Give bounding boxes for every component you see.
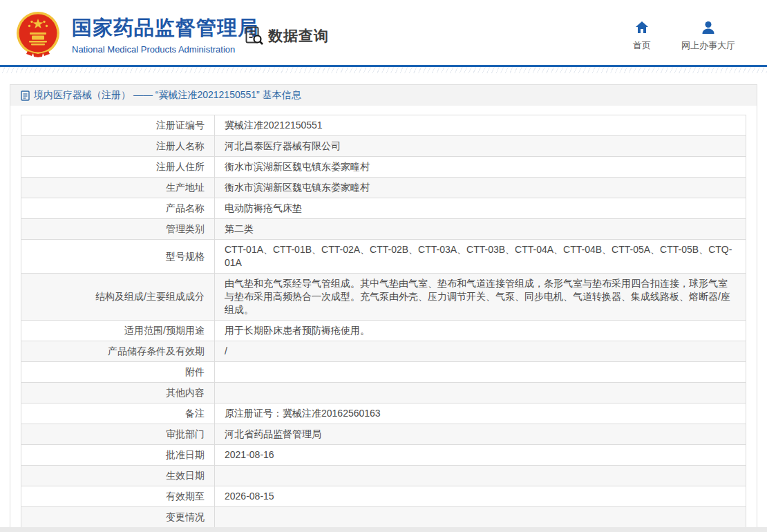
top-navigation: 首页 网上办事大厅 (633, 20, 735, 52)
table-row: 适用范围/预期用途 用于长期卧床患者预防褥疮使用。 (21, 321, 746, 341)
document-search-icon (244, 26, 265, 46)
table-row: 结构及组成/主要组成成分 由气垫和充气泵经导气管组成。其中气垫由气室、垫布和气道… (21, 274, 746, 321)
table-row: 型号规格 CTT-01A、CTT-01B、CTT-02A、CTT-02B、CTT… (21, 240, 746, 274)
registration-detail-table: 注册证编号 冀械注准20212150551 注册人名称 河北昌泰医疗器械有限公司… (21, 115, 746, 532)
row-label: 生效日期 (21, 466, 215, 486)
row-label: 生产地址 (21, 178, 215, 198)
row-value: / (215, 341, 746, 362)
row-label: 有效期至 (21, 486, 215, 507)
row-label: 产品储存条件及有效期 (21, 341, 215, 362)
row-label: 型号规格 (21, 240, 215, 274)
row-label: 适用范围/预期用途 (21, 321, 215, 341)
national-emblem-icon (14, 10, 62, 59)
table-row: 备注 原注册证号：冀械注准20162560163 (21, 403, 746, 424)
row-label: 备注 (21, 403, 215, 424)
table-row: 变更情况 (21, 507, 746, 528)
user-icon (701, 20, 716, 35)
row-label: 其他内容 (21, 383, 215, 403)
home-icon (634, 20, 650, 35)
row-value: 河北省药品监督管理局 (215, 424, 746, 445)
table-row: 其他内容 (21, 383, 746, 403)
org-name-en: National Medical Products Administration (72, 44, 258, 55)
footer-strip (0, 527, 767, 532)
row-value: 由气垫和充气泵经导气管组成。其中气垫由气室、垫布和气道连接管组成，条形气室与垫布… (215, 274, 746, 321)
row-label: 批准日期 (21, 445, 215, 466)
row-value (215, 466, 746, 486)
row-label: 注册证编号 (21, 115, 215, 136)
table-row: 批准日期 2021-08-16 (21, 445, 746, 466)
row-value: 2026-08-15 (215, 486, 746, 507)
data-query-tab[interactable]: 数据查询 (244, 26, 329, 46)
row-value: 用于长期卧床患者预防褥疮使用。 (215, 321, 746, 341)
table-row: 注册证编号 冀械注准20212150551 (21, 115, 746, 136)
breadcrumb: 境内医疗器械（注册） —— “冀械注准20212150551” 基本信息 (10, 85, 757, 106)
row-value: 衡水市滨湖新区魏屯镇东娄家疃村 (215, 178, 746, 198)
hatch-divider (0, 67, 767, 73)
row-value: 电动防褥疮气床垫 (215, 198, 746, 219)
brand-text: 国家药品监督管理局 National Medical Products Admi… (72, 15, 258, 55)
breadcrumb-text: 境内医疗器械（注册） —— “冀械注准20212150551” 基本信息 (34, 89, 301, 102)
nav-home-label: 首页 (633, 39, 651, 52)
page: 国家药品监督管理局 National Medical Products Admi… (0, 0, 767, 532)
row-label: 附件 (21, 362, 215, 383)
row-value: 河北昌泰医疗器械有限公司 (215, 136, 746, 157)
row-label: 结构及组成/主要组成成分 (21, 274, 215, 321)
table-row: 注册人名称 河北昌泰医疗器械有限公司 (21, 136, 746, 157)
table-row: 附件 (21, 362, 746, 383)
row-value: 衡水市滨湖新区魏屯镇东娄家疃村 (215, 157, 746, 178)
org-name-cn: 国家药品监督管理局 (72, 15, 258, 42)
row-label: 管理类别 (21, 219, 215, 240)
row-label: 注册人名称 (21, 136, 215, 157)
site-header: 国家药品监督管理局 National Medical Products Admi… (0, 0, 767, 67)
row-value (215, 507, 746, 528)
row-label: 变更情况 (21, 507, 215, 528)
nav-item-home[interactable]: 首页 (633, 20, 651, 52)
nav-service-hall-label: 网上办事大厅 (681, 39, 735, 52)
table-row: 管理类别 第二类 (21, 219, 746, 240)
detail-card: 境内医疗器械（注册） —— “冀械注准20212150551” 基本信息 注册证… (10, 84, 757, 532)
row-value: CTT-01A、CTT-01B、CTT-02A、CTT-02B、CTT-03A、… (215, 240, 746, 274)
nav-item-service-hall[interactable]: 网上办事大厅 (681, 20, 735, 52)
row-label: 审批部门 (21, 424, 215, 445)
row-value: 2021-08-16 (215, 445, 746, 466)
row-label: 注册人住所 (21, 157, 215, 178)
site-logo[interactable]: 国家药品监督管理局 National Medical Products Admi… (14, 10, 258, 59)
row-value: 冀械注准20212150551 (215, 115, 746, 136)
document-icon (21, 91, 30, 101)
table-row: 产品储存条件及有效期 / (21, 341, 746, 362)
row-value: 原注册证号：冀械注准20162560163 (215, 403, 746, 424)
table-row: 生产地址 衡水市滨湖新区魏屯镇东娄家疃村 (21, 178, 746, 198)
table-row: 注册人住所 衡水市滨湖新区魏屯镇东娄家疃村 (21, 157, 746, 178)
row-label: 产品名称 (21, 198, 215, 219)
row-value: 第二类 (215, 219, 746, 240)
row-value (215, 383, 746, 403)
table-row: 审批部门 河北省药品监督管理局 (21, 424, 746, 445)
row-value (215, 362, 746, 383)
table-row: 产品名称 电动防褥疮气床垫 (21, 198, 746, 219)
table-row: 生效日期 (21, 466, 746, 486)
data-query-label: 数据查询 (268, 26, 329, 46)
table-row: 有效期至 2026-08-15 (21, 486, 746, 507)
